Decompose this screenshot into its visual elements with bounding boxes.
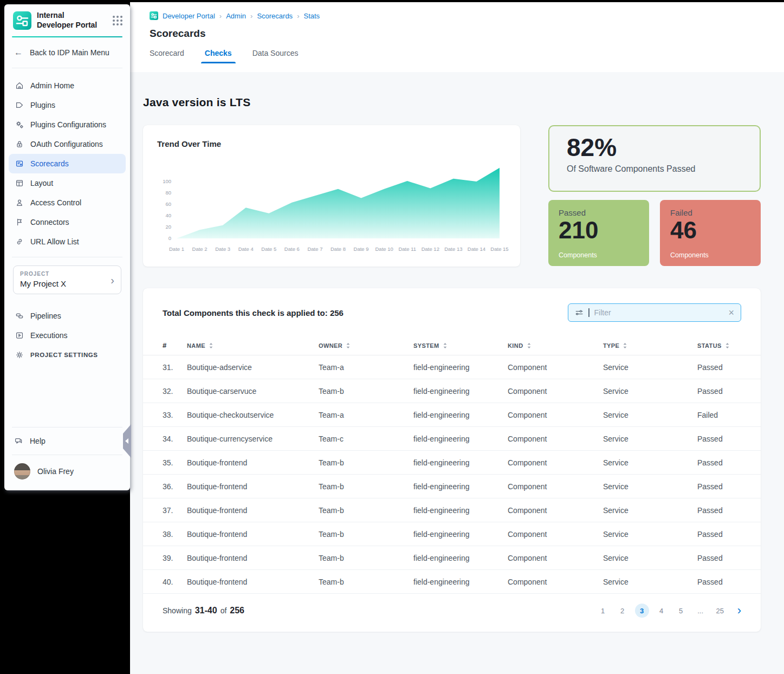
sidebar-item-oauth-configurations[interactable]: OAuth Configurations xyxy=(9,134,126,154)
sidebar-item-project-settings[interactable]: PROJECT SETTINGS xyxy=(9,345,126,365)
sidebar-item-scorecards[interactable]: Scorecards xyxy=(9,154,126,173)
cell-kind: Component xyxy=(508,411,603,419)
x-tick-label: Date 12 xyxy=(422,246,439,252)
failed-value: 46 xyxy=(670,218,750,243)
area-series xyxy=(177,168,500,238)
tab-checks[interactable]: Checks xyxy=(205,49,232,63)
table-row[interactable]: 39.Boutique-frontendTeam-bfield-engineer… xyxy=(143,546,761,570)
column-header-name[interactable]: NAME xyxy=(187,342,319,349)
table-row[interactable]: 31.Boutique-adserviceTeam-afield-enginee… xyxy=(143,355,761,379)
showing-range: 31-40 xyxy=(195,606,217,615)
sidebar-item-connectors[interactable]: Connectors xyxy=(9,212,126,232)
chat-help-icon xyxy=(14,437,23,445)
cell-kind: Component xyxy=(508,530,603,539)
breadcrumb-admin[interactable]: Admin xyxy=(226,12,246,20)
cell-kind: Component xyxy=(508,578,603,586)
sidebar-item-executions[interactable]: Executions xyxy=(9,326,126,345)
plugin-tag-icon xyxy=(15,101,24,109)
showing-summary: Showing 31-40 of 256 xyxy=(163,606,244,615)
row-index: 38. xyxy=(163,530,187,539)
screen: { "colors": { "accent_blue": "#0278d5", … xyxy=(0,0,784,674)
failed-unit: Components xyxy=(670,251,750,259)
layout-icon xyxy=(15,179,24,187)
column-header-index[interactable]: # xyxy=(163,341,187,349)
cell-type: Service xyxy=(603,554,697,562)
cell-owner: Team-b xyxy=(319,482,413,491)
page-5[interactable]: 5 xyxy=(674,604,688,618)
column-header-status[interactable]: STATUS xyxy=(697,342,741,349)
cell-kind: Component xyxy=(508,363,603,372)
cell-owner: Team-b xyxy=(319,387,413,396)
back-to-main-menu[interactable]: ← Back to IDP Main Menu xyxy=(4,37,130,68)
user-menu[interactable]: Olivia Frey xyxy=(4,455,130,490)
row-index: 37. xyxy=(163,506,187,515)
passed-unit: Components xyxy=(559,251,639,259)
table-row[interactable]: 35.Boutique-frontendTeam-bfield-engineer… xyxy=(143,451,761,475)
page-3[interactable]: 3 xyxy=(635,604,649,618)
cell-system: field-engineering xyxy=(413,387,508,396)
table-row[interactable]: 36.Boutique-frontendTeam-bfield-engineer… xyxy=(143,475,761,498)
x-tick-label: Date 3 xyxy=(215,246,230,252)
avatar xyxy=(14,463,30,479)
breadcrumb-separator: › xyxy=(219,12,222,20)
sidebar: Internal Developer Portal ← Back to IDP … xyxy=(4,4,130,490)
table-row[interactable]: 40.Boutique-frontendTeam-bfield-engineer… xyxy=(143,570,761,594)
pagination-ellipsis: ... xyxy=(694,604,708,618)
project-label: PROJECT xyxy=(20,271,114,277)
page-2[interactable]: 2 xyxy=(615,604,630,618)
page-4[interactable]: 4 xyxy=(655,604,669,618)
sidebar-item-admin-home[interactable]: Admin Home xyxy=(9,76,126,95)
y-tick-label: 80 xyxy=(165,190,171,196)
cell-status: Passed xyxy=(697,554,741,562)
column-header-kind[interactable]: KIND xyxy=(508,342,603,349)
project-selector[interactable]: PROJECT My Project X › xyxy=(13,265,121,294)
admin-nav: Admin Home Plugins Plugins Configuration… xyxy=(4,68,130,257)
breadcrumb-stats[interactable]: Stats xyxy=(303,12,320,20)
sidebar-item-url-allow-list[interactable]: URL Allow List xyxy=(9,232,126,251)
page-header: Developer Portal › Admin › Scorecards › … xyxy=(130,2,784,72)
column-header-system[interactable]: SYSTEM xyxy=(413,342,508,349)
sidebar-item-plugins-configurations[interactable]: Plugins Configurations xyxy=(9,115,126,134)
cell-type: Service xyxy=(603,411,697,419)
column-header-type[interactable]: TYPE xyxy=(603,342,697,349)
tab-scorecard[interactable]: Scorecard xyxy=(150,49,184,63)
tab-data-sources[interactable]: Data Sources xyxy=(252,49,299,63)
back-arrow-icon: ← xyxy=(14,48,23,57)
chevron-right-icon: › xyxy=(111,274,114,286)
components-table-card: Total Components this check is applied t… xyxy=(143,288,761,632)
app-launcher-icon[interactable] xyxy=(113,16,122,25)
sidebar-item-pipelines[interactable]: Pipelines xyxy=(9,306,126,326)
page-1[interactable]: 1 xyxy=(596,604,610,618)
x-tick-label: Date 9 xyxy=(354,246,369,252)
cell-system: field-engineering xyxy=(413,482,508,491)
trend-chart: 020406080100Date 1Date 2Date 3Date 4Date… xyxy=(157,153,509,259)
sidebar-item-access-control[interactable]: Access Control xyxy=(9,193,126,212)
sidebar-item-layout[interactable]: Layout xyxy=(9,173,126,193)
row-index: 40. xyxy=(163,578,187,586)
cell-name: Boutique-frontend xyxy=(187,458,319,467)
breadcrumb-separator: › xyxy=(250,12,252,20)
clear-filter-icon[interactable]: × xyxy=(728,308,734,317)
table-row[interactable]: 38.Boutique-frontendTeam-bfield-engineer… xyxy=(143,522,761,546)
help-button[interactable]: Help xyxy=(4,427,130,455)
text-cursor xyxy=(588,308,589,317)
table-header-row: # NAME OWNER SYSTEM KIND TYPE STATUS xyxy=(143,336,761,355)
table-row[interactable]: 34.Boutique-currencyserviceTeam-cfield-e… xyxy=(143,427,761,451)
breadcrumb-developer-portal[interactable]: Developer Portal xyxy=(163,12,215,20)
row-index: 32. xyxy=(163,387,187,396)
cell-owner: Team-c xyxy=(319,435,413,443)
column-header-owner[interactable]: OWNER xyxy=(319,342,413,349)
breadcrumb-scorecards[interactable]: Scorecards xyxy=(257,12,293,20)
table-row[interactable]: 32.Boutique-carservuceTeam-bfield-engine… xyxy=(143,379,761,403)
filter-input[interactable]: Filter × xyxy=(568,303,741,322)
cell-name: Boutique-adservice xyxy=(187,363,319,372)
row-index: 36. xyxy=(163,482,187,491)
table-row[interactable]: 37.Boutique-frontendTeam-bfield-engineer… xyxy=(143,498,761,522)
table-row[interactable]: 33.Boutique-checkoutserviceTeam-afield-e… xyxy=(143,403,761,427)
page-25[interactable]: 25 xyxy=(713,604,727,618)
project-nav: Pipelines Executions PROJECT SETTINGS xyxy=(4,294,130,365)
next-page-button[interactable]: › xyxy=(737,605,741,617)
sidebar-item-plugins[interactable]: Plugins xyxy=(9,95,126,115)
link-icon xyxy=(15,237,24,246)
cell-system: field-engineering xyxy=(413,458,508,467)
